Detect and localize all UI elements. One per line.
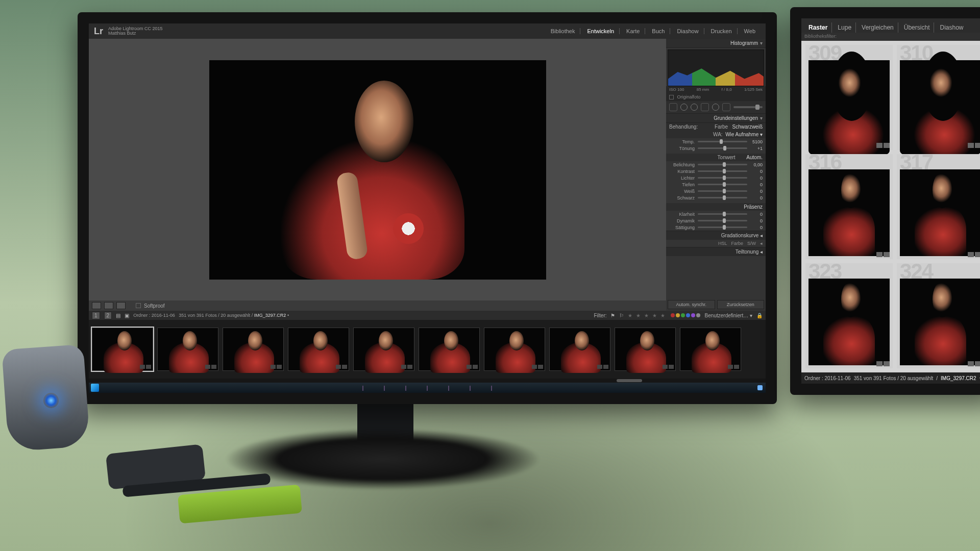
grid-view[interactable]: 309310316317323324 <box>801 41 980 372</box>
histogram-header[interactable]: Histogramm▾ <box>666 39 766 48</box>
wb-mode-dropdown[interactable]: Wie Aufnahme ▾ <box>725 132 763 137</box>
slider-knob[interactable] <box>723 162 726 167</box>
flag-picked-icon[interactable]: ⚑ <box>610 313 615 318</box>
filter-lock-icon[interactable]: 🔒 <box>756 313 763 318</box>
slider-belichtung[interactable]: Belichtung0,00 <box>666 161 766 168</box>
filter-preset-dropdown[interactable]: Benutzerdefiniert… ▾ <box>705 313 752 318</box>
folder-path[interactable]: Ordner : 2016-11-06 351 von 391 Fotos / … <box>133 313 289 318</box>
filmstrip-scrollbar[interactable] <box>89 379 766 383</box>
slider-knob[interactable] <box>723 195 726 200</box>
slider-knob[interactable] <box>720 139 723 144</box>
color-label-dot[interactable] <box>691 313 695 317</box>
slider-tönung[interactable]: Tönung+1 <box>666 145 766 152</box>
radial-tool-icon[interactable] <box>712 104 719 111</box>
filmstrip-thumb[interactable] <box>288 328 349 371</box>
brush-tool-icon[interactable] <box>722 103 730 111</box>
slider-value[interactable]: 0 <box>747 225 763 230</box>
color-label-dot[interactable] <box>681 313 685 317</box>
filmstrip[interactable] <box>89 320 766 379</box>
taskbar-pins[interactable] <box>362 386 492 391</box>
grid-cell[interactable]: 323 <box>805 263 893 368</box>
filmstrip-thumb[interactable] <box>549 328 610 371</box>
module-diashow[interactable]: Diashow <box>672 28 704 34</box>
module-buch[interactable]: Buch <box>647 28 670 34</box>
secondary-tab-diashow[interactable]: Diashow <box>936 22 967 33</box>
slider-sättigung[interactable]: Sättigung0 <box>666 224 766 231</box>
filmstrip-thumb[interactable] <box>680 328 741 371</box>
reset-button[interactable]: Zurücksetzen <box>717 300 765 309</box>
slider-tiefen[interactable]: Tiefen0 <box>666 181 766 188</box>
grid-cell[interactable]: 309 <box>805 45 893 150</box>
slider-value[interactable]: 0 <box>747 195 763 201</box>
module-bibliothek[interactable]: Bibliothek <box>546 28 581 34</box>
treatment-color[interactable]: Farbe <box>715 124 728 130</box>
color-label-dot[interactable] <box>696 313 700 317</box>
grid-cell[interactable]: 310 <box>897 45 980 150</box>
secondary-tab-übersicht[interactable]: Übersicht <box>900 22 935 33</box>
slider-track[interactable] <box>698 147 747 149</box>
filmstrip-thumb[interactable] <box>615 328 676 371</box>
slider-value[interactable]: 0 <box>747 176 763 181</box>
grid-cell[interactable]: 316 <box>805 154 893 259</box>
histogram-plot[interactable] <box>668 49 764 86</box>
start-button-icon[interactable] <box>91 384 99 392</box>
scrollbar-grip[interactable] <box>617 379 642 382</box>
hsl-tab-hsl[interactable]: HSL <box>718 241 727 246</box>
slider-value[interactable]: +1 <box>747 146 763 151</box>
slider-dynamik[interactable]: Dynamik0 <box>666 217 766 224</box>
slider-knob[interactable] <box>723 218 726 223</box>
tray-icon[interactable] <box>757 385 763 390</box>
auto-sync-button[interactable]: Autom. synchr. <box>668 300 715 309</box>
rating-filter[interactable]: ★ ★ ★ ★ ★ <box>628 313 666 318</box>
filmstrip-thumb[interactable] <box>484 328 545 371</box>
slider-track[interactable] <box>698 164 747 165</box>
tone-auto-button[interactable]: Autom. <box>746 155 763 160</box>
slider-knob[interactable] <box>723 169 726 173</box>
slider-track[interactable] <box>698 213 747 215</box>
module-karte[interactable]: Karte <box>621 28 645 34</box>
grid-thumbnail[interactable] <box>808 60 890 147</box>
secondary-tab-vergleichen[interactable]: Vergleichen <box>857 22 898 33</box>
grid-thumbnail[interactable] <box>808 169 890 256</box>
color-label-dot[interactable] <box>686 313 690 317</box>
sort-icon[interactable]: ▤ <box>116 313 120 318</box>
curve-header[interactable]: Gradationskurve ◂ <box>666 231 766 240</box>
loupe-viewer[interactable] <box>89 39 666 300</box>
hsl-header[interactable]: HSL Farbe S/W ◂ <box>666 240 766 247</box>
crop-tool-icon[interactable] <box>669 103 677 111</box>
slider-value[interactable]: 0 <box>747 169 763 174</box>
hsl-tab-bw[interactable]: S/W <box>747 241 756 246</box>
slider-knob[interactable] <box>723 189 726 193</box>
filmstrip-thumb[interactable] <box>92 328 153 371</box>
softproof-checkbox[interactable] <box>136 303 141 308</box>
secondary-tab-lupe[interactable]: Lupe <box>834 22 856 33</box>
color-label-dot[interactable] <box>676 313 680 317</box>
grid-cell[interactable]: 317 <box>897 154 980 259</box>
slider-klarheit[interactable]: Klarheit0 <box>666 211 766 217</box>
filmstrip-thumb[interactable] <box>353 328 414 371</box>
grid-mode-1[interactable]: 1 <box>92 312 100 319</box>
slider-lichter[interactable]: Lichter0 <box>666 174 766 181</box>
view-split-button[interactable] <box>116 302 126 309</box>
original-checkbox[interactable] <box>669 95 674 99</box>
slider-track[interactable] <box>698 220 747 221</box>
secondary-tab-raster[interactable]: Raster <box>804 22 832 33</box>
slider-track[interactable] <box>698 227 747 228</box>
slider-knob[interactable] <box>723 225 726 230</box>
slider-value[interactable]: 0 <box>747 212 763 217</box>
filmstrip-thumb[interactable] <box>157 328 218 371</box>
slider-track[interactable] <box>698 141 747 142</box>
flag-rejected-icon[interactable]: ⚐ <box>619 313 624 318</box>
slider-track[interactable] <box>698 184 747 185</box>
view-beforeafter-button[interactable] <box>104 302 113 309</box>
spot-tool-icon[interactable] <box>680 104 688 111</box>
slider-value[interactable]: 0 <box>747 218 763 223</box>
slider-kontrast[interactable]: Kontrast0 <box>666 168 766 174</box>
color-label-filter[interactable] <box>670 313 701 318</box>
slider-value[interactable]: 0,00 <box>747 162 763 167</box>
color-label-dot[interactable] <box>671 313 675 317</box>
slider-knob[interactable] <box>723 182 726 187</box>
grid-thumbnail[interactable] <box>808 279 890 365</box>
slider-value[interactable]: 5100 <box>747 139 763 144</box>
slider-schwarz[interactable]: Schwarz0 <box>666 194 766 201</box>
